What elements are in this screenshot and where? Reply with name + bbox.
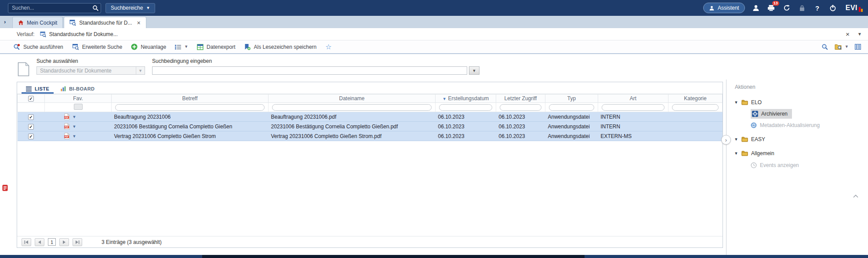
table-row[interactable]: ✓ PDF ▼ 20231006 Bestätigung Cornelia Co…	[18, 122, 723, 131]
columns-settings-icon[interactable]	[855, 44, 861, 50]
search-form: Suche auswählen Standardsuche für Dokume…	[0, 54, 868, 80]
chevron-down-icon: ▼	[184, 45, 188, 49]
tab-standardsuche[interactable]: Standardsuche für D... ×	[64, 17, 146, 28]
row-checkbox[interactable]: ✓	[28, 114, 34, 120]
column-header-typ[interactable]: Typ	[545, 94, 598, 103]
advanced-search-button[interactable]: Erweiterte Suche	[72, 44, 122, 50]
next-page-button[interactable]	[59, 238, 69, 246]
pdf-icon[interactable]: PDF	[64, 113, 70, 120]
history-item[interactable]: Standardsuche für Dokume...	[40, 31, 118, 37]
evi-logo-text: EVI	[846, 4, 857, 12]
search-settings-icon[interactable]	[821, 44, 828, 51]
last-page-button[interactable]	[73, 238, 82, 246]
current-page-input[interactable]: 1	[48, 238, 56, 246]
tab-mein-cockpit[interactable]: Mein Cockpit	[12, 17, 63, 28]
chevron-down-icon[interactable]: ▼	[73, 134, 76, 138]
svg-text:PDF: PDF	[64, 116, 68, 119]
tab-bi-board-label: BI-BOARD	[69, 86, 94, 91]
new-entry-button[interactable]: Neuanlage	[131, 44, 166, 50]
search-select-field: Suche auswählen Standardsuche für Dokume…	[36, 58, 145, 80]
search-icon[interactable]	[92, 5, 99, 11]
entries-summary: 3 Einträge (3 ausgewählt)	[102, 239, 162, 245]
first-page-button[interactable]	[22, 238, 31, 246]
search-select[interactable]: Standardsuche für Dokumente ▼	[36, 66, 145, 75]
search-condition-input[interactable]	[152, 66, 467, 75]
close-icon[interactable]: ×	[846, 30, 850, 38]
column-header-letzter-zugriff[interactable]: Letzter Zugriff	[496, 94, 545, 103]
run-search-icon	[13, 44, 20, 51]
expand-sidebar-icon[interactable]: ›	[4, 18, 6, 25]
column-header-betreff[interactable]: Betreff	[112, 94, 269, 103]
condition-dropdown-button[interactable]: ▼	[469, 66, 479, 75]
filter-kategorie-input[interactable]	[672, 104, 719, 111]
page-icon	[18, 59, 29, 80]
global-search-input[interactable]	[8, 3, 101, 13]
search-condition-label: Suchbedingung eingeben	[152, 58, 479, 64]
prev-page-button[interactable]	[35, 238, 44, 246]
power-icon[interactable]	[828, 4, 837, 12]
scroll-up-icon[interactable]	[853, 195, 858, 198]
collapse-tree-icon[interactable]: ▼	[734, 137, 738, 142]
table-row[interactable]: ✓ PDF ▼ Beauftragung 20231006 Beauftragu…	[18, 112, 723, 122]
search-scopes-button[interactable]: Suchbereiche ▼	[105, 3, 155, 13]
table-row[interactable]: ✓ PDF ▼ Vertrag 20231006 Completto Gieße…	[18, 131, 723, 141]
help-icon[interactable]: ?	[813, 4, 822, 12]
column-header-art[interactable]: Art	[598, 94, 668, 103]
fav-filter-button[interactable]	[74, 104, 83, 110]
action-group-elo[interactable]: ▼ ELO	[734, 97, 868, 108]
close-tab-icon[interactable]: ×	[137, 20, 140, 26]
favorite-star-icon[interactable]: ☆	[325, 43, 331, 51]
printer-icon[interactable]: 13	[767, 4, 776, 12]
save-bookmark-button[interactable]: Als Lesezeichen speichern	[244, 44, 316, 50]
folder-icon	[741, 151, 748, 156]
run-search-button[interactable]: Suche ausführen	[13, 44, 63, 51]
clock-icon	[751, 162, 757, 168]
column-header-label: Erstellungsdatum	[448, 95, 489, 102]
action-group-allgemein[interactable]: ▼ Allgemein	[734, 148, 868, 159]
action-label: Metadaten-Aktualisierung	[760, 122, 820, 128]
tab-label: Mein Cockpit	[27, 20, 57, 26]
column-header-erstellungsdatum[interactable]: ▼Erstellungsdatum	[436, 94, 496, 103]
collapse-tree-icon[interactable]: ▼	[734, 151, 738, 156]
cell-betreff: 20231006 Bestätigung Cornelia Completto …	[112, 122, 269, 131]
row-checkbox[interactable]: ✓	[28, 134, 34, 139]
collapse-tree-icon[interactable]: ▼	[734, 100, 738, 105]
filter-art-input[interactable]	[602, 104, 665, 111]
filter-typ-input[interactable]	[549, 104, 594, 111]
refresh-icon[interactable]	[782, 4, 791, 12]
pdf-icon[interactable]: PDF	[64, 133, 70, 139]
logo-mark-orange	[861, 9, 863, 12]
collapse-panel-button[interactable]: ›	[721, 135, 731, 145]
cell-art: INTERN	[598, 112, 668, 122]
tab-liste-label: LISTE	[35, 86, 49, 91]
notification-icon[interactable]	[2, 185, 8, 191]
column-header-kategorie[interactable]: Kategorie	[668, 94, 723, 103]
tab-bi-board[interactable]: BI-BOARD	[56, 86, 99, 94]
plus-icon	[131, 44, 138, 50]
bookmark-icon	[244, 44, 251, 50]
assistant-button[interactable]: Assistent	[703, 3, 745, 13]
pdf-icon[interactable]: PDF	[64, 123, 70, 130]
user-icon[interactable]	[752, 4, 760, 12]
filter-betreff-input[interactable]	[115, 104, 265, 111]
filter-erstellungsdatum-input[interactable]	[439, 104, 492, 111]
history-label: Verlauf:	[17, 31, 35, 37]
chevron-down-icon[interactable]: ▼	[73, 124, 76, 129]
view-options-button[interactable]: ▼	[175, 44, 188, 50]
results-empty-space	[17, 141, 723, 236]
chevron-down-icon[interactable]: ▼	[857, 32, 862, 36]
action-group-easy[interactable]: ▼ EASY	[734, 134, 868, 145]
tab-liste[interactable]: LISTE	[22, 86, 54, 94]
column-header-fav[interactable]: Fav.	[45, 94, 112, 103]
column-header-dateiname[interactable]: Dateiname	[269, 94, 436, 103]
search-select-value: Standardsuche für Dokumente	[40, 68, 112, 74]
chevron-down-icon[interactable]: ▼	[73, 115, 76, 119]
filter-letzter-zugriff-input[interactable]	[500, 104, 541, 111]
filter-dateiname-input[interactable]	[272, 104, 432, 111]
folder-search-button[interactable]: ▼	[835, 44, 849, 50]
select-all-checkbox[interactable]: ✓	[28, 96, 34, 102]
data-export-button[interactable]: Datenexport	[197, 44, 235, 50]
evi-logo: EVI	[846, 4, 863, 12]
action-archivieren[interactable]: Archivieren	[751, 109, 792, 119]
row-checkbox[interactable]: ✓	[28, 124, 34, 130]
